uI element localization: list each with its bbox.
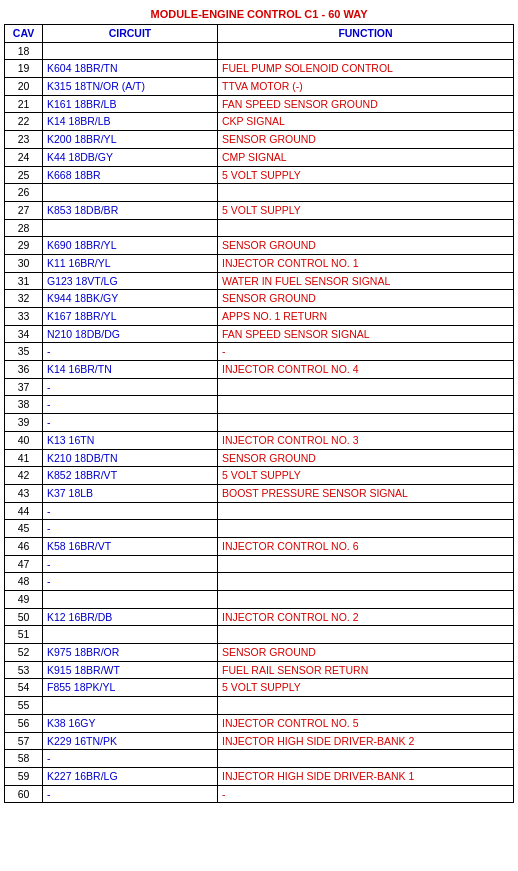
cell-circuit: - bbox=[43, 573, 218, 591]
cell-cav: 46 bbox=[5, 537, 43, 555]
connector-table: CAV CIRCUIT FUNCTION 1819K604 18BR/TNFUE… bbox=[4, 24, 514, 803]
cell-circuit: - bbox=[43, 520, 218, 538]
table-row: 21K161 18BR/LBFAN SPEED SENSOR GROUND bbox=[5, 95, 514, 113]
cell-circuit: K12 16BR/DB bbox=[43, 608, 218, 626]
cell-function bbox=[218, 378, 514, 396]
table-row: 55 bbox=[5, 697, 514, 715]
cell-cav: 25 bbox=[5, 166, 43, 184]
cell-cav: 38 bbox=[5, 396, 43, 414]
table-row: 49 bbox=[5, 591, 514, 609]
cell-circuit: F855 18PK/YL bbox=[43, 679, 218, 697]
cell-circuit: K210 18DB/TN bbox=[43, 449, 218, 467]
table-row: 33K167 18BR/YLAPPS NO. 1 RETURN bbox=[5, 308, 514, 326]
table-row: 31G123 18VT/LGWATER IN FUEL SENSOR SIGNA… bbox=[5, 272, 514, 290]
cell-cav: 22 bbox=[5, 113, 43, 131]
cell-circuit bbox=[43, 591, 218, 609]
cell-cav: 20 bbox=[5, 78, 43, 96]
table-row: 56K38 16GYINJECTOR CONTROL NO. 5 bbox=[5, 714, 514, 732]
cell-cav: 60 bbox=[5, 785, 43, 803]
cell-cav: 37 bbox=[5, 378, 43, 396]
cell-circuit: N210 18DB/DG bbox=[43, 325, 218, 343]
cell-function: FUEL RAIL SENSOR RETURN bbox=[218, 661, 514, 679]
cell-cav: 21 bbox=[5, 95, 43, 113]
cell-cav: 27 bbox=[5, 201, 43, 219]
cell-circuit: K853 18DB/BR bbox=[43, 201, 218, 219]
table-row: 45- bbox=[5, 520, 514, 538]
cell-circuit bbox=[43, 219, 218, 237]
cell-cav: 35 bbox=[5, 343, 43, 361]
cell-cav: 32 bbox=[5, 290, 43, 308]
cell-function: INJECTOR CONTROL NO. 4 bbox=[218, 361, 514, 379]
cell-function bbox=[218, 555, 514, 573]
cell-circuit: - bbox=[43, 343, 218, 361]
cell-circuit: K38 16GY bbox=[43, 714, 218, 732]
cell-circuit: K227 16BR/LG bbox=[43, 767, 218, 785]
cell-circuit bbox=[43, 626, 218, 644]
cell-circuit: - bbox=[43, 414, 218, 432]
table-row: 34N210 18DB/DGFAN SPEED SENSOR SIGNAL bbox=[5, 325, 514, 343]
cell-cav: 18 bbox=[5, 42, 43, 60]
table-row: 48- bbox=[5, 573, 514, 591]
cell-function bbox=[218, 591, 514, 609]
table-row: 39- bbox=[5, 414, 514, 432]
cell-circuit: K58 16BR/VT bbox=[43, 537, 218, 555]
cell-cav: 54 bbox=[5, 679, 43, 697]
cell-function bbox=[218, 396, 514, 414]
cell-circuit: K229 16TN/PK bbox=[43, 732, 218, 750]
cell-function: - bbox=[218, 343, 514, 361]
cell-cav: 43 bbox=[5, 484, 43, 502]
page-title: MODULE-ENGINE CONTROL C1 - 60 WAY bbox=[4, 8, 514, 20]
table-row: 18 bbox=[5, 42, 514, 60]
cell-function bbox=[218, 750, 514, 768]
table-row: 51 bbox=[5, 626, 514, 644]
table-row: 19K604 18BR/TNFUEL PUMP SOLENOID CONTROL bbox=[5, 60, 514, 78]
table-row: 28 bbox=[5, 219, 514, 237]
cell-function: SENSOR GROUND bbox=[218, 131, 514, 149]
table-row: 35-- bbox=[5, 343, 514, 361]
cell-function: INJECTOR HIGH SIDE DRIVER-BANK 2 bbox=[218, 732, 514, 750]
table-row: 46K58 16BR/VTINJECTOR CONTROL NO. 6 bbox=[5, 537, 514, 555]
table-row: 42K852 18BR/VT5 VOLT SUPPLY bbox=[5, 467, 514, 485]
cell-cav: 39 bbox=[5, 414, 43, 432]
table-row: 26 bbox=[5, 184, 514, 202]
cell-cav: 29 bbox=[5, 237, 43, 255]
table-row: 53K915 18BR/WTFUEL RAIL SENSOR RETURN bbox=[5, 661, 514, 679]
cell-circuit: K944 18BK/GY bbox=[43, 290, 218, 308]
cell-circuit bbox=[43, 42, 218, 60]
cell-circuit: K315 18TN/OR (A/T) bbox=[43, 78, 218, 96]
cell-function: SENSOR GROUND bbox=[218, 290, 514, 308]
table-row: 59K227 16BR/LGINJECTOR HIGH SIDE DRIVER-… bbox=[5, 767, 514, 785]
cell-circuit: G123 18VT/LG bbox=[43, 272, 218, 290]
table-row: 24K44 18DB/GYCMP SIGNAL bbox=[5, 148, 514, 166]
cell-function: WATER IN FUEL SENSOR SIGNAL bbox=[218, 272, 514, 290]
cell-circuit: - bbox=[43, 750, 218, 768]
cell-circuit: - bbox=[43, 378, 218, 396]
header-function: FUNCTION bbox=[218, 25, 514, 43]
cell-cav: 44 bbox=[5, 502, 43, 520]
cell-function: - bbox=[218, 785, 514, 803]
header-circuit: CIRCUIT bbox=[43, 25, 218, 43]
cell-function: INJECTOR CONTROL NO. 1 bbox=[218, 254, 514, 272]
cell-cav: 26 bbox=[5, 184, 43, 202]
cell-cav: 56 bbox=[5, 714, 43, 732]
cell-cav: 24 bbox=[5, 148, 43, 166]
table-row: 27K853 18DB/BR5 VOLT SUPPLY bbox=[5, 201, 514, 219]
cell-circuit: K852 18BR/VT bbox=[43, 467, 218, 485]
cell-cav: 51 bbox=[5, 626, 43, 644]
cell-cav: 52 bbox=[5, 644, 43, 662]
cell-circuit: K604 18BR/TN bbox=[43, 60, 218, 78]
table-row: 25K668 18BR5 VOLT SUPPLY bbox=[5, 166, 514, 184]
table-row: 43K37 18LBBOOST PRESSURE SENSOR SIGNAL bbox=[5, 484, 514, 502]
table-row: 41K210 18DB/TNSENSOR GROUND bbox=[5, 449, 514, 467]
cell-cav: 50 bbox=[5, 608, 43, 626]
cell-function: 5 VOLT SUPPLY bbox=[218, 166, 514, 184]
cell-cav: 30 bbox=[5, 254, 43, 272]
cell-cav: 57 bbox=[5, 732, 43, 750]
cell-circuit: - bbox=[43, 785, 218, 803]
page-container: MODULE-ENGINE CONTROL C1 - 60 WAY CAV CI… bbox=[0, 0, 518, 811]
cell-function bbox=[218, 626, 514, 644]
cell-circuit: - bbox=[43, 396, 218, 414]
cell-function: INJECTOR CONTROL NO. 2 bbox=[218, 608, 514, 626]
cell-function: INJECTOR CONTROL NO. 5 bbox=[218, 714, 514, 732]
cell-function: APPS NO. 1 RETURN bbox=[218, 308, 514, 326]
